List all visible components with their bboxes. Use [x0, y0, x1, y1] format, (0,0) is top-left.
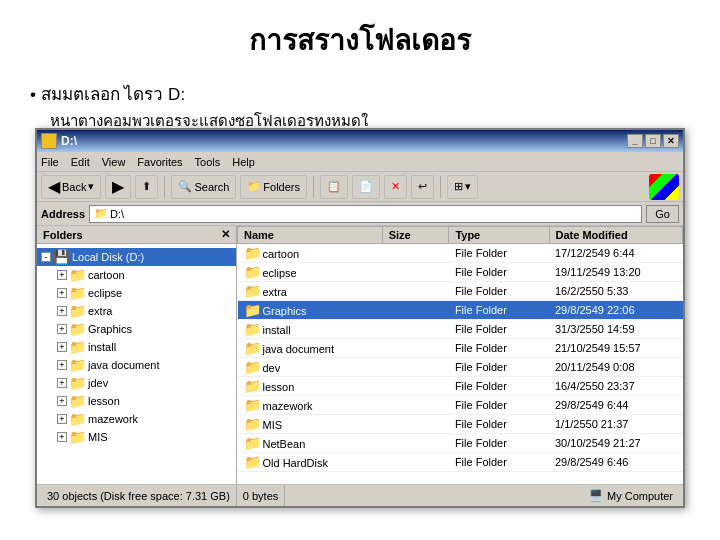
col-header-date[interactable]: Date Modified	[549, 227, 683, 244]
copy-to-button[interactable]: 📄	[352, 175, 380, 199]
expand-jdev[interactable]: +	[57, 378, 67, 388]
tree-item-extra[interactable]: + 📁 extra	[53, 302, 236, 320]
menu-file[interactable]: File	[41, 156, 59, 168]
table-row[interactable]: 📁Old HardDisk File Folder 29/8/2549 6:46	[238, 453, 683, 472]
toolbar-separator-2	[313, 176, 314, 198]
expand-java-document[interactable]: +	[57, 360, 67, 370]
status-size-text: 0 bytes	[243, 490, 278, 502]
table-row[interactable]: 📁extra File Folder 16/2/2550 5:33	[238, 282, 683, 301]
views-button[interactable]: ⊞ ▾	[447, 175, 478, 199]
file-size	[382, 263, 449, 282]
menu-help[interactable]: Help	[232, 156, 255, 168]
folders-button[interactable]: 📁 Folders	[240, 175, 307, 199]
tree-item-graphics[interactable]: + 📁 Graphics	[53, 320, 236, 338]
tree-label-java-document: java document	[88, 359, 160, 371]
expand-cartoon[interactable]: +	[57, 270, 67, 280]
file-folder-icon: 📁	[244, 245, 261, 261]
table-row[interactable]: 📁lesson File Folder 16/4/2550 23:37	[238, 377, 683, 396]
tree-item-eclipse[interactable]: + 📁 eclipse	[53, 284, 236, 302]
maximize-button[interactable]: □	[645, 134, 661, 148]
file-type: File Folder	[449, 358, 549, 377]
close-button[interactable]: ✕	[663, 134, 679, 148]
file-folder-icon: 📁	[244, 359, 261, 375]
expand-lesson[interactable]: +	[57, 396, 67, 406]
folders-close-button[interactable]: ✕	[221, 228, 230, 241]
undo-icon: ↩	[418, 180, 427, 193]
file-size	[382, 396, 449, 415]
expand-extra[interactable]: +	[57, 306, 67, 316]
tree-item-mis[interactable]: + 📁 MIS	[53, 428, 236, 446]
file-date: 30/10/2549 21:27	[549, 434, 683, 453]
table-row[interactable]: 📁MIS File Folder 1/1/2550 21:37	[238, 415, 683, 434]
tree-item-jdev[interactable]: + 📁 jdev	[53, 374, 236, 392]
table-row[interactable]: 📁cartoon File Folder 17/12/2549 6:44	[238, 244, 683, 263]
expand-eclipse[interactable]: +	[57, 288, 67, 298]
bullet-line-1: • สมมตเลอก ไดรว D:	[30, 80, 690, 107]
folder-icon-local-disk: 💾	[53, 249, 70, 265]
search-button[interactable]: 🔍 Search	[171, 175, 236, 199]
table-row[interactable]: 📁NetBean File Folder 30/10/2549 21:27	[238, 434, 683, 453]
file-name: 📁java document	[238, 339, 383, 358]
file-date: 20/11/2549 0:08	[549, 358, 683, 377]
tree-label-mis: MIS	[88, 431, 108, 443]
tree-label-graphics: Graphics	[88, 323, 132, 335]
toolbar-separator-3	[440, 176, 441, 198]
minimize-button[interactable]: _	[627, 134, 643, 148]
file-folder-icon: 📁	[244, 340, 261, 356]
files-table-body: 📁cartoon File Folder 17/12/2549 6:44 📁ec…	[238, 244, 683, 472]
col-header-name[interactable]: Name	[238, 227, 383, 244]
table-row[interactable]: 📁eclipse File Folder 19/11/2549 13:20	[238, 263, 683, 282]
file-size	[382, 358, 449, 377]
files-table-header: Name Size Type Date Modified	[238, 227, 683, 244]
col-header-type[interactable]: Type	[449, 227, 549, 244]
table-row[interactable]: 📁java document File Folder 21/10/2549 15…	[238, 339, 683, 358]
window-icon	[41, 133, 57, 149]
windows-logo	[649, 174, 679, 200]
forward-button[interactable]: ▶	[105, 175, 131, 199]
table-row[interactable]: 📁mazework File Folder 29/8/2549 6:44	[238, 396, 683, 415]
menu-favorites[interactable]: Favorites	[137, 156, 182, 168]
address-input[interactable]: 📁 D:\	[89, 205, 642, 223]
expand-mazework[interactable]: +	[57, 414, 67, 424]
expand-install[interactable]: +	[57, 342, 67, 352]
col-header-size[interactable]: Size	[382, 227, 449, 244]
title-bar-left: D:\	[41, 133, 77, 149]
folder-icon-install: 📁	[69, 339, 86, 355]
menu-view[interactable]: View	[102, 156, 126, 168]
file-type: File Folder	[449, 396, 549, 415]
folder-icon-jdev: 📁	[69, 375, 86, 391]
back-button[interactable]: ◀ Back ▾	[41, 175, 101, 199]
folder-icon-java-document: 📁	[69, 357, 86, 373]
go-button[interactable]: Go	[646, 205, 679, 223]
table-row[interactable]: 📁dev File Folder 20/11/2549 0:08	[238, 358, 683, 377]
file-folder-icon: 📁	[244, 302, 261, 318]
title-bar: D:\ _ □ ✕	[37, 130, 683, 152]
tree-item-install[interactable]: + 📁 install	[53, 338, 236, 356]
file-name: 📁Old HardDisk	[238, 453, 383, 472]
expand-local-disk[interactable]: -	[41, 252, 51, 262]
files-scroll[interactable]: Name Size Type Date Modified 📁cartoon Fi…	[237, 226, 683, 484]
file-size	[382, 415, 449, 434]
tree-item-lesson[interactable]: + 📁 lesson	[53, 392, 236, 410]
file-name: 📁Graphics	[238, 301, 383, 320]
tree-item-local-disk[interactable]: - 💾 Local Disk (D:)	[37, 248, 236, 266]
file-type: File Folder	[449, 244, 549, 263]
up-button[interactable]: ⬆	[135, 175, 158, 199]
views-chevron: ▾	[465, 180, 471, 193]
expand-mis[interactable]: +	[57, 432, 67, 442]
undo-button[interactable]: ↩	[411, 175, 434, 199]
tree-item-mazework[interactable]: + 📁 mazework	[53, 410, 236, 428]
file-folder-icon: 📁	[244, 416, 261, 432]
tree-item-java-document[interactable]: + 📁 java document	[53, 356, 236, 374]
table-row[interactable]: 📁install File Folder 31/3/2550 14:59	[238, 320, 683, 339]
file-size	[382, 377, 449, 396]
delete-button[interactable]: ✕	[384, 175, 407, 199]
move-to-button[interactable]: 📋	[320, 175, 348, 199]
address-label: Address	[41, 208, 85, 220]
table-row[interactable]: 📁Graphics File Folder 29/8/2549 22:06	[238, 301, 683, 320]
title-bar-buttons: _ □ ✕	[627, 134, 679, 148]
tree-item-cartoon[interactable]: + 📁 cartoon	[53, 266, 236, 284]
expand-graphics[interactable]: +	[57, 324, 67, 334]
menu-tools[interactable]: Tools	[195, 156, 221, 168]
menu-edit[interactable]: Edit	[71, 156, 90, 168]
